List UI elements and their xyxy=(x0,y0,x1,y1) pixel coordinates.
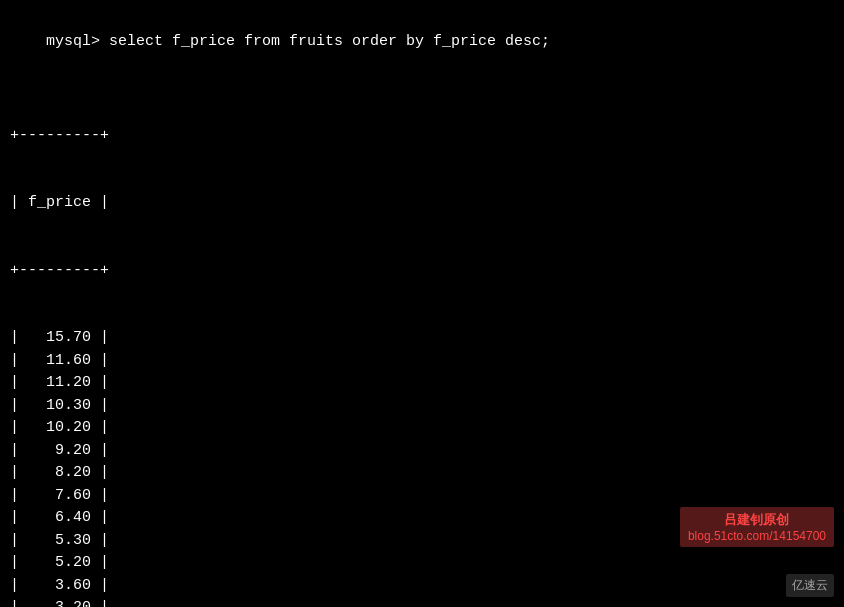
table-row: | 10.20 | xyxy=(10,417,834,440)
table-header: | f_price | xyxy=(10,192,834,215)
command-text: mysql> select f_price from fruits order … xyxy=(46,33,550,50)
terminal-window: mysql> select f_price from fruits order … xyxy=(0,0,844,607)
table-row: | 5.20 | xyxy=(10,552,834,575)
table-row: | 9.20 | xyxy=(10,440,834,463)
watermark-url: blog.51cto.com/14154700 xyxy=(688,529,826,543)
table-row: | 11.60 | xyxy=(10,350,834,373)
table-row: | 11.20 | xyxy=(10,372,834,395)
table-row: | 15.70 | xyxy=(10,327,834,350)
watermark-overlay: 吕建钊原创 blog.51cto.com/14154700 xyxy=(680,507,834,547)
table-row: | 8.20 | xyxy=(10,462,834,485)
command-line: mysql> select f_price from fruits order … xyxy=(10,8,834,76)
separator-header: +---------+ xyxy=(10,260,834,283)
watermark-author: 吕建钊原创 xyxy=(688,511,826,529)
table-row: | 10.30 | xyxy=(10,395,834,418)
table-row: | 3.60 | xyxy=(10,575,834,598)
table-rows: | 15.70 || 11.60 || 11.20 || 10.30 || 10… xyxy=(10,327,834,607)
table-row: | 7.60 | xyxy=(10,485,834,508)
yiyun-text: 亿速云 xyxy=(792,578,828,592)
yiyun-badge: 亿速云 xyxy=(786,574,834,597)
table-row: | 3.20 | xyxy=(10,597,834,607)
separator-top: +---------+ xyxy=(10,125,834,148)
